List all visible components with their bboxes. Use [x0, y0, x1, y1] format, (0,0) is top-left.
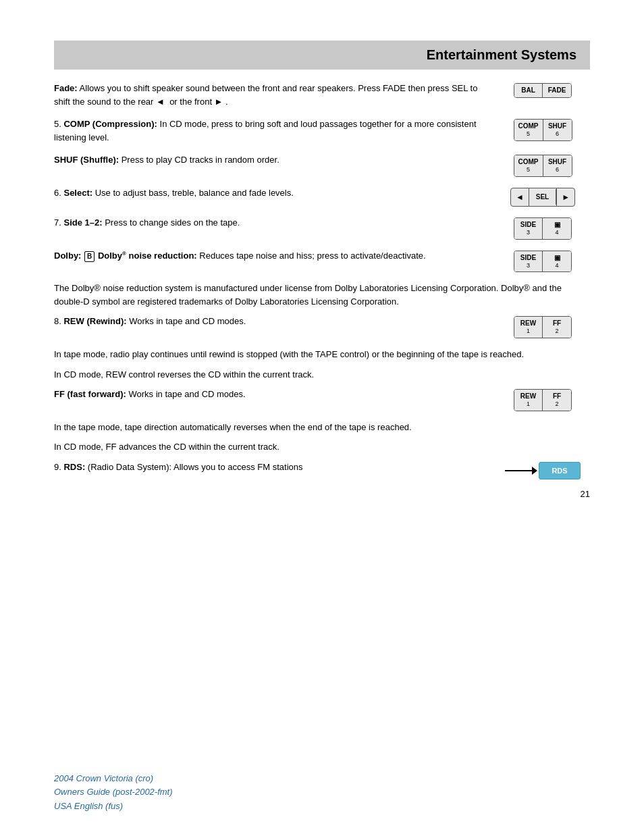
fade-button[interactable]: FADE — [543, 84, 571, 97]
rds-row: RDS — [505, 462, 580, 479]
section-rew: 8. REW (Rewind): Works in tape and CD mo… — [54, 315, 590, 338]
section-shuf: SHUF (Shuffle): Press to play CD tracks … — [54, 153, 590, 177]
dolby-symbol: B — [84, 251, 95, 262]
sel-visual: ◄ SEL ► — [495, 186, 590, 207]
comp-text: 5. COMP (Compression): In CD mode, press… — [54, 118, 495, 144]
footer-line3: USA English (fus) — [54, 800, 590, 814]
fade-label: Fade: — [54, 83, 78, 93]
section-dolby: Dolby: B Dolby® noise reduction: Reduces… — [54, 249, 590, 273]
ff-para1: In the tape mode, tape direction automat… — [54, 421, 590, 434]
section-side: 7. Side 1–2: Press to change sides on th… — [54, 216, 590, 240]
page-number: 21 — [54, 489, 590, 499]
shuf-label: SHUF (Shuffle): — [54, 155, 119, 165]
fade-visual: BAL FADE — [495, 82, 590, 98]
rew-button-2[interactable]: REW 1 — [514, 390, 543, 411]
rds-arrow-line — [505, 467, 537, 475]
footer-line2: Owners Guide (post-2002-fmt) — [54, 785, 590, 800]
side2-button-1[interactable]: ▣ 4 — [543, 218, 571, 239]
ff-visual: REW 1 FF 2 — [495, 388, 590, 411]
shuf-button-2[interactable]: SHUF 6 — [543, 155, 572, 176]
bal-button[interactable]: BAL — [514, 84, 543, 97]
ff-button-1[interactable]: FF 2 — [543, 317, 571, 338]
dolby-paragraph: The Dolby® noise reduction system is man… — [54, 282, 590, 308]
section-fade: Fade: Allows you to shift speaker sound … — [54, 82, 590, 108]
shuf-button-1[interactable]: SHUF 6 — [543, 120, 572, 140]
bal-fade-btn-group: BAL FADE — [514, 83, 572, 98]
side2-button-2[interactable]: ▣ 4 — [543, 251, 571, 272]
sel-left-arrow[interactable]: ◄ — [511, 188, 529, 206]
ff-text: FF (fast forward): Works in tape and CD … — [54, 388, 495, 401]
side-label: Side 1–2: — [63, 217, 102, 228]
rds-line — [505, 470, 532, 471]
page-title: Entertainment Systems — [68, 47, 576, 63]
page-footer: 2004 Crown Victoria (cro) Owners Guide (… — [0, 758, 644, 834]
comp-visual: COMP 5 SHUF 6 — [495, 118, 590, 141]
side-button-1[interactable]: SIDE 3 — [514, 218, 543, 239]
comp-label: COMP (Compression): — [63, 119, 157, 129]
sel-right-arrow[interactable]: ► — [556, 188, 574, 206]
dolby-visual: SIDE 3 ▣ 4 — [495, 249, 590, 273]
rew-para1: In tape mode, radio play continues until… — [54, 348, 590, 361]
rds-text: 9. RDS: (Radio Data System): Allows you … — [54, 461, 495, 474]
shuf-visual: COMP 5 SHUF 6 — [495, 153, 590, 177]
side-btn-group-2: SIDE 3 ▣ 4 — [514, 251, 572, 273]
rew-label: REW (Rewind): — [63, 316, 126, 326]
comp-shuf-btn-group-2: COMP 5 SHUF 6 — [514, 155, 572, 177]
footer-line1: 2004 Crown Victoria (cro) — [54, 772, 590, 786]
shuf-text: SHUF (Shuffle): Press to play CD tracks … — [54, 153, 495, 167]
comp-shuf-btn-group-1: COMP 5 SHUF 6 — [514, 119, 572, 141]
ff-para2: In CD mode, FF advances the CD within th… — [54, 440, 590, 454]
rew-ff-btn-group-1: REW 1 FF 2 — [514, 316, 572, 338]
dolby-label: Dolby: B Dolby® noise reduction: — [54, 251, 197, 261]
section-rds: 9. RDS: (Radio Data System): Allows you … — [54, 461, 590, 479]
section-sel: 6. Select: Use to adjust bass, treble, b… — [54, 186, 590, 207]
rds-visual: RDS — [495, 461, 590, 479]
rew-text: 8. REW (Rewind): Works in tape and CD mo… — [54, 315, 495, 328]
rew-button[interactable]: REW 1 — [514, 317, 543, 338]
side-text: 7. Side 1–2: Press to change sides on th… — [54, 216, 495, 230]
sel-button[interactable]: SEL — [529, 189, 556, 205]
rew-para2: In CD mode, REW control reverses the CD … — [54, 368, 590, 382]
page-content: Entertainment Systems Fade: Allows you t… — [54, 41, 590, 731]
section-comp: 5. COMP (Compression): In CD mode, press… — [54, 118, 590, 144]
ff-label: FF (fast forward): — [54, 389, 126, 399]
sel-label: Select: — [63, 188, 92, 198]
rew-ff-btn-group-2: REW 1 FF 2 — [514, 389, 572, 411]
rds-arrowhead-icon — [532, 467, 537, 475]
page: Entertainment Systems Fade: Allows you t… — [0, 0, 644, 834]
comp-button-2[interactable]: COMP 5 — [514, 155, 543, 176]
rds-label: RDS: — [63, 462, 85, 472]
dolby-text: Dolby: B Dolby® noise reduction: Reduces… — [54, 249, 495, 263]
fade-text: Fade: Allows you to shift speaker sound … — [54, 82, 495, 108]
header-bar: Entertainment Systems — [54, 41, 590, 70]
section-ff: FF (fast forward): Works in tape and CD … — [54, 388, 590, 411]
rew-visual: REW 1 FF 2 — [495, 315, 590, 338]
side-button-2[interactable]: SIDE 3 — [514, 251, 543, 272]
sel-text: 6. Select: Use to adjust bass, treble, b… — [54, 186, 495, 200]
side-btn-group-1: SIDE 3 ▣ 4 — [514, 217, 572, 240]
rds-button[interactable]: RDS — [539, 462, 580, 479]
sel-btn-group: ◄ SEL ► — [510, 188, 575, 207]
side-visual: SIDE 3 ▣ 4 — [495, 216, 590, 240]
comp-button[interactable]: COMP 5 — [514, 120, 543, 140]
ff-button-2[interactable]: FF 2 — [543, 390, 571, 411]
